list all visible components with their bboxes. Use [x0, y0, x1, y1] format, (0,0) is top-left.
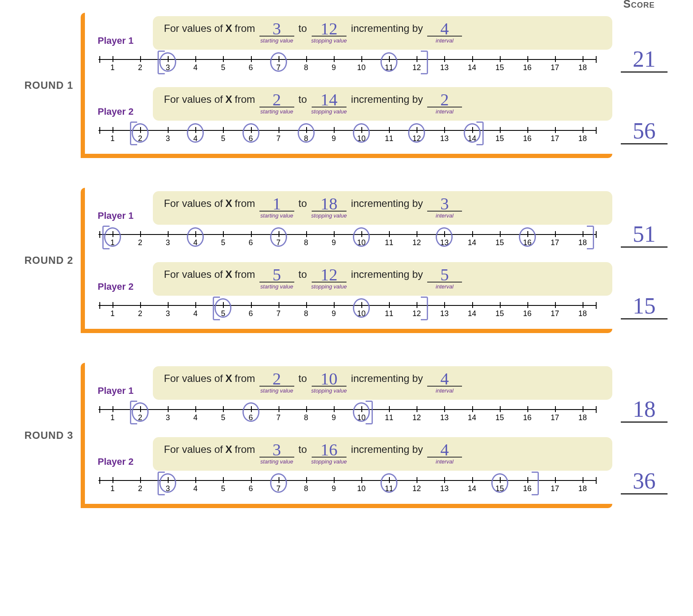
banner-text: For values of	[164, 268, 223, 280]
banner-text: to	[299, 444, 307, 455]
score-box: 15	[619, 294, 670, 319]
interval-blank: 2interval	[427, 94, 462, 115]
tick-label: 9	[332, 413, 336, 422]
round-label: ROUND 2	[17, 188, 81, 333]
score-value: 15	[633, 294, 656, 317]
circled-value	[436, 227, 453, 247]
banner-text: from	[235, 444, 255, 455]
bracket-end	[366, 401, 373, 424]
tick-label: 4	[193, 413, 197, 422]
tick-label: 12	[412, 238, 421, 247]
tick-label: 5	[221, 413, 225, 422]
tick-label: 11	[385, 134, 393, 143]
tick-label: 9	[332, 63, 336, 72]
banner-text: X	[225, 93, 232, 105]
banner-text: to	[299, 93, 307, 105]
tick-label: 4	[193, 63, 197, 72]
tick-label: 16	[523, 413, 532, 422]
circled-value	[408, 123, 425, 143]
tick-label: 16	[523, 309, 532, 318]
start-blank-sublabel: starting value	[260, 387, 293, 394]
banner-text: For values of	[164, 198, 223, 209]
tick-label: 17	[551, 309, 559, 318]
tick-label: 16	[523, 63, 532, 72]
start-blank-sublabel: starting value	[260, 108, 293, 115]
start-blank-value: 5	[273, 266, 281, 283]
player-section: Player 1For values ofXfrom2starting valu…	[98, 366, 612, 425]
tick-label: 3	[166, 309, 170, 318]
banner-text: to	[299, 373, 307, 384]
stop-blank: 12stopping value	[311, 269, 347, 290]
score-box: 21	[619, 48, 670, 73]
bracket-end	[532, 472, 539, 495]
bracket-start	[158, 472, 165, 495]
score-value: 36	[633, 469, 656, 492]
player-name: Player 2	[98, 106, 149, 121]
circled-value	[353, 227, 370, 247]
player-name: Player 1	[98, 210, 149, 225]
score-value: 56	[633, 119, 656, 142]
number-line: 123456789101112131415161718	[113, 405, 583, 425]
tick-label: 12	[412, 413, 421, 422]
banner-text: to	[299, 198, 307, 209]
round-frame: Player 1For values ofXfrom3starting valu…	[81, 13, 612, 158]
start-blank-sublabel: starting value	[260, 212, 293, 219]
tick-label: 1	[110, 484, 115, 493]
bracket-start	[158, 51, 165, 74]
score-box: 56	[619, 119, 670, 144]
tick-label: 13	[440, 484, 448, 493]
score-value: 21	[633, 48, 656, 71]
score-box: 18	[619, 398, 670, 423]
start-blank: 1starting value	[259, 198, 294, 219]
start-blank-sublabel: starting value	[260, 37, 293, 44]
tick-label: 9	[332, 134, 336, 143]
tick-label: 11	[385, 309, 393, 318]
round-frame: Player 1For values ofXfrom1starting valu…	[81, 188, 612, 333]
tick-label: 17	[551, 484, 559, 493]
score-column: 5115	[612, 188, 676, 333]
start-blank-sublabel: starting value	[260, 458, 293, 465]
tick-label: 2	[138, 484, 142, 493]
tick-label: 14	[468, 309, 476, 318]
player-section: Player 1For values ofXfrom1starting valu…	[98, 191, 612, 250]
stop-blank-sublabel: stopping value	[311, 387, 347, 394]
tick-label: 15	[496, 309, 504, 318]
tick-label: 1	[110, 134, 115, 143]
interval-blank-value: 4	[440, 441, 449, 458]
circled-value	[491, 473, 508, 493]
score-box: 36	[619, 469, 670, 494]
tick-label: 12	[412, 63, 421, 72]
player-name: Player 1	[98, 385, 149, 400]
interval-blank-sublabel: interval	[436, 108, 454, 115]
score-header: Score	[623, 0, 655, 11]
interval-blank: 4interval	[427, 23, 462, 44]
circled-value	[270, 52, 287, 72]
bracket-end	[421, 297, 428, 320]
tick-label: 6	[249, 63, 253, 72]
player-section: Player 2For values ofXfrom5starting valu…	[98, 262, 612, 321]
stop-blank-value: 18	[321, 195, 338, 212]
tick-label: 6	[249, 484, 253, 493]
score-column: Score2156	[612, 13, 676, 158]
tick-label: 17	[551, 134, 559, 143]
stop-blank-sublabel: stopping value	[311, 283, 347, 290]
stop-blank: 14stopping value	[311, 94, 347, 115]
banner-text: from	[235, 373, 255, 384]
tick-label: 5	[221, 63, 225, 72]
tick-label: 17	[551, 413, 559, 422]
stop-blank-sublabel: stopping value	[311, 37, 347, 44]
start-blank: 2starting value	[259, 373, 294, 394]
interval-blank-value: 2	[440, 91, 449, 108]
tick-label: 14	[468, 63, 476, 72]
banner-text: For values of	[164, 444, 223, 455]
number-line: 123456789101112131415161718	[113, 55, 583, 75]
tick-label: 2	[138, 63, 142, 72]
loop-statement-banner: For values ofXfrom3starting valueto16sto…	[153, 437, 612, 471]
banner-text: X	[225, 373, 232, 384]
score-value: 18	[633, 398, 656, 421]
banner-text: For values of	[164, 23, 223, 34]
stop-blank-value: 12	[321, 266, 338, 283]
tick-label: 5	[221, 238, 225, 247]
number-line: 123456789101112131415161718	[113, 230, 583, 250]
circled-value	[187, 227, 204, 247]
